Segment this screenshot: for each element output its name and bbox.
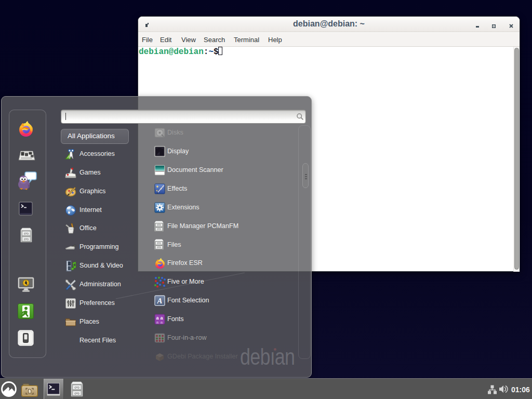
- svg-text:a: a: [161, 320, 163, 325]
- svg-text:a: a: [156, 320, 159, 325]
